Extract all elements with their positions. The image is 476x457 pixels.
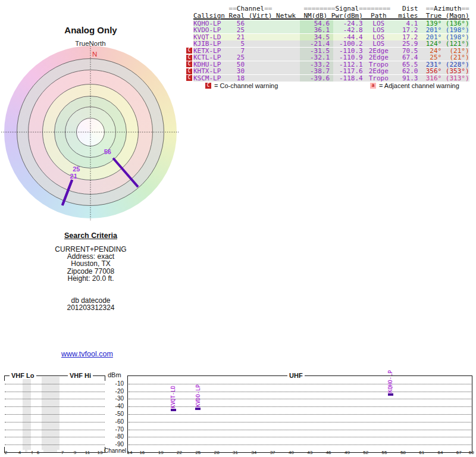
cell-real: 7 [229, 48, 245, 54]
cell-miles: 25.9 [394, 40, 418, 47]
search-criteria-lines: CURRENT+PENDINGAddress: exactHouston, TX… [24, 246, 158, 282]
table-header-row: Callsign Real (Virt) Netwk NM(dB) Pwr(dB… [193, 12, 469, 20]
gridline [5, 422, 105, 422]
cell-path: 2Edge [367, 48, 390, 54]
cell-nm: -38.7 [300, 68, 333, 74]
cell-true: 231° [422, 61, 441, 68]
cell-callsign: KSCM-LP [193, 75, 229, 82]
cell-callsign: KVQT-LD [193, 34, 229, 40]
dbm-tick-label: -80 [100, 433, 124, 440]
co-channel-legend-text: = Co-channel warning [214, 82, 278, 89]
vhf-axis-line [4, 452, 105, 453]
channel-axis-label: Channel [104, 447, 126, 454]
cell-real: 25 [229, 54, 245, 61]
cell-nm: -31.5 [300, 48, 333, 54]
cell-path: LOS [367, 27, 390, 33]
cell-pwr: -110.3 [331, 48, 363, 54]
adjacent-channel-legend-text: = Adjacent channel warning [379, 82, 459, 89]
cell-miles: 62.0 [394, 68, 418, 74]
search-criteria-title: Search Criteria [24, 231, 158, 240]
cell-miles: 91.3 [394, 75, 418, 82]
search-criteria-line: Zipcode 77008 [24, 268, 158, 275]
vhf-corner-tr [105, 375, 105, 381]
cell-real: 25 [229, 27, 245, 33]
cell-nm: -32.1 [300, 54, 333, 61]
table-row: KVQT-LD2134.5-44.4LOS17.2201°(198°) [193, 34, 469, 40]
cell-pwr: -24.3 [331, 20, 363, 27]
gridline [5, 445, 105, 445]
table-row: KDHU-LP50-33.2-112.1Tropo65.5231°(228°) [193, 61, 469, 68]
polar-overlay-svg: 562521 [1, 43, 180, 221]
gridline [5, 399, 105, 399]
dbm-tick-label: -20 [100, 388, 124, 395]
cell-real: 30 [229, 68, 245, 74]
cell-callsign: KCTL-LP [193, 54, 229, 61]
cell-magn: (21°) [444, 48, 469, 54]
dbm-axis-label: dBm [108, 371, 121, 378]
cell-miles: 70.5 [394, 48, 418, 54]
cell-true: 356° [422, 68, 441, 74]
gridline [5, 414, 105, 415]
table-row: KETX-LP7-31.5-110.32Edge70.524°(21°) [193, 48, 469, 54]
table-row: KCTL-LP25-32.1-110.92Edge67.425°(21°) [193, 54, 469, 61]
cell-path: LOS [367, 20, 390, 27]
cell-nm: -39.6 [300, 75, 333, 82]
adjacent-channel-legend-icon: a [370, 83, 376, 89]
cell-real: 21 [229, 34, 245, 40]
spoke-label-21: 21 [70, 173, 77, 180]
table-row: KVDO-LP2536.1-42.8LOS17.2201°(198°) [193, 27, 469, 33]
co-channel-legend-icon: C [205, 83, 211, 89]
cell-pwr: -117.6 [331, 68, 363, 74]
cell-true: 24° [422, 48, 441, 54]
cell-pwr: -44.4 [331, 34, 363, 40]
gridline [5, 384, 105, 384]
cell-magn: (198°) [444, 27, 469, 33]
cell-real: 5 [229, 40, 245, 47]
spoke-label-56: 56 [104, 148, 111, 155]
north-n-marker: N [92, 51, 97, 58]
cell-callsign: KQHO-LP [193, 20, 229, 27]
dbm-tick-label: -30 [100, 395, 124, 402]
db-datecode-line: 201203312324 [24, 304, 158, 311]
cell-nm: -33.2 [300, 61, 333, 68]
cell-callsign: KDHU-LP [193, 61, 229, 68]
table-row: KSCM-LP18-39.6-118.4Tropo91.3316°(313°) [193, 75, 469, 82]
cell-callsign: KHTX-LP [193, 68, 229, 74]
cell-real: 18 [229, 75, 245, 82]
cell-path: LOS [367, 34, 390, 40]
spoke-label-25: 25 [73, 165, 80, 173]
table-row: KHTX-LP30-38.7-117.62Edge62.0356°(353°) [193, 68, 469, 74]
cell-pwr: -118.4 [331, 75, 363, 82]
db-datecode-lines: db datecode201203312324 [24, 297, 158, 311]
tvfool-link[interactable]: www.tvfool.com [61, 350, 113, 358]
table-header-band: ==Channel== ========Signal======== Dist … [193, 5, 469, 12]
uhf-label: UHF [287, 372, 305, 379]
cell-miles: 4.1 [394, 20, 418, 27]
cell-true: 25° [422, 54, 441, 61]
cell-path: LOS [367, 40, 390, 47]
cell-real: 50 [229, 61, 245, 68]
cell-miles: 17.2 [394, 27, 418, 33]
dbm-tick-label: -50 [100, 411, 124, 417]
gridline [5, 430, 105, 430]
cell-path: 2Edge [367, 68, 390, 74]
dbm-tick-label: -90 [100, 441, 124, 447]
cell-magn: (228°) [444, 61, 469, 68]
cell-magn: (353°) [444, 68, 469, 74]
cell-miles: 67.4 [394, 54, 418, 61]
cell-magn: (21°) [444, 54, 469, 61]
vhf-hi-label: VHF Hi [68, 372, 93, 379]
vhf-lo-label: VHF Lo [10, 372, 36, 379]
cell-miles: 17.2 [394, 34, 418, 40]
co-channel-marker: C [186, 75, 192, 81]
gridline [5, 406, 105, 407]
search-criteria-line: Height: 20.0 ft. [24, 275, 158, 282]
gridline [5, 437, 105, 437]
cell-pwr: -112.1 [331, 61, 363, 68]
uhf-panel-border [127, 375, 472, 453]
uhf-axis-line [127, 452, 472, 453]
cell-magn: (121°) [444, 40, 469, 47]
cell-magn: (313°) [444, 75, 469, 82]
cell-true: 139° [422, 20, 441, 27]
cell-true: 201° [422, 34, 441, 40]
